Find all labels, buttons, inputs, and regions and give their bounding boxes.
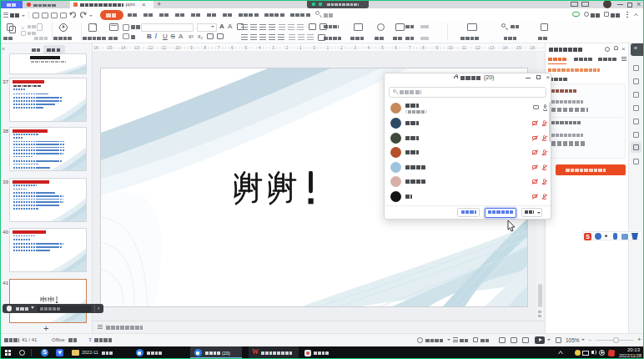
svg-text:5: 5 xyxy=(381,45,384,50)
svg-text:14: 14 xyxy=(121,45,126,50)
svg-text:2: 2 xyxy=(340,45,343,50)
svg-text:8: 8 xyxy=(204,45,206,50)
svg-text:11: 11 xyxy=(162,45,166,50)
svg-text:9: 9 xyxy=(435,45,438,50)
svg-text:3: 3 xyxy=(272,45,274,50)
svg-text:15: 15 xyxy=(516,45,521,50)
svg-text:1: 1 xyxy=(327,45,330,50)
svg-text:15: 15 xyxy=(108,45,113,50)
svg-text:7: 7 xyxy=(409,45,411,50)
svg-text:3: 3 xyxy=(354,45,356,50)
svg-text:16: 16 xyxy=(530,45,535,50)
svg-text:11: 11 xyxy=(462,45,466,50)
svg-text:0: 0 xyxy=(313,45,315,50)
svg-text:13: 13 xyxy=(134,45,139,50)
svg-text:7: 7 xyxy=(218,45,220,50)
svg-text:9: 9 xyxy=(190,45,193,50)
svg-text:1: 1 xyxy=(299,45,302,50)
svg-text:4: 4 xyxy=(368,45,370,50)
svg-text:12: 12 xyxy=(475,45,480,50)
svg-text:4: 4 xyxy=(259,45,261,50)
svg-text:13: 13 xyxy=(489,45,494,50)
svg-text:6: 6 xyxy=(231,45,234,50)
svg-text:2: 2 xyxy=(286,45,289,50)
svg-text:5: 5 xyxy=(244,45,247,50)
svg-text:10: 10 xyxy=(175,45,180,50)
svg-text:14: 14 xyxy=(503,45,508,50)
svg-text:6: 6 xyxy=(395,45,397,50)
svg-text:12: 12 xyxy=(148,45,153,50)
svg-text:10: 10 xyxy=(448,45,453,50)
svg-text:8: 8 xyxy=(422,45,425,50)
svg-text:16: 16 xyxy=(93,45,98,50)
